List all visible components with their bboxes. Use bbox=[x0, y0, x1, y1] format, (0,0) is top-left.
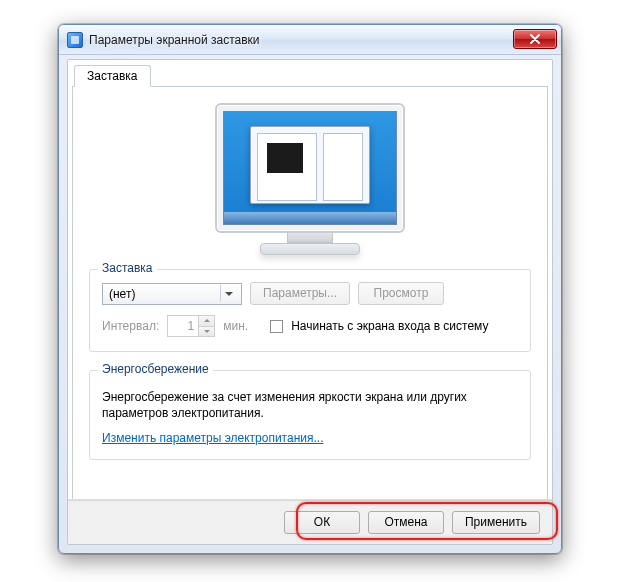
window-title: Параметры экранной заставки bbox=[89, 33, 260, 47]
power-settings-link[interactable]: Изменить параметры электропитания... bbox=[102, 431, 323, 445]
apply-button[interactable]: Применить bbox=[452, 511, 540, 534]
interval-spinner bbox=[167, 315, 215, 337]
titlebar: Параметры экранной заставки bbox=[59, 25, 561, 55]
client-area: Заставка bbox=[67, 59, 553, 545]
settings-button: Параметры... bbox=[250, 282, 350, 305]
close-icon bbox=[530, 34, 540, 44]
ok-button[interactable]: ОК bbox=[284, 511, 360, 534]
app-icon bbox=[67, 32, 83, 48]
resume-checkbox-label: Начинать с экрана входа в систему bbox=[291, 319, 488, 333]
preview-button: Просмотр bbox=[358, 282, 444, 305]
screensaver-select-value: (нет) bbox=[109, 287, 135, 301]
spinner-down-button bbox=[199, 327, 214, 337]
close-button[interactable] bbox=[513, 29, 557, 49]
tabstrip: Заставка bbox=[72, 63, 548, 87]
spinner-up-button bbox=[199, 316, 214, 327]
interval-unit: мин. bbox=[223, 319, 248, 333]
monitor-preview bbox=[215, 103, 405, 255]
chevron-down-icon bbox=[220, 285, 237, 302]
tab-screensaver[interactable]: Заставка bbox=[74, 65, 151, 87]
power-group: Энергосбережение Энергосбережение за сче… bbox=[89, 370, 531, 460]
group-legend-power: Энергосбережение bbox=[98, 362, 213, 376]
interval-input bbox=[168, 316, 198, 336]
cancel-button[interactable]: Отмена bbox=[368, 511, 444, 534]
power-text: Энергосбережение за счет изменения яркос… bbox=[102, 389, 518, 421]
screensaver-group: Заставка (нет) Параметры... Просмотр Инт… bbox=[89, 269, 531, 352]
resume-checkbox[interactable] bbox=[270, 320, 283, 333]
preview-area bbox=[89, 103, 531, 255]
dialog-footer: ОК Отмена Применить bbox=[68, 500, 552, 544]
tab-panel: Заставка (нет) Параметры... Просмотр Инт… bbox=[72, 87, 548, 540]
interval-label: Интервал: bbox=[102, 319, 159, 333]
dialog-window: Параметры экранной заставки Заставка bbox=[58, 24, 562, 554]
group-legend-screensaver: Заставка bbox=[98, 261, 157, 275]
screensaver-select[interactable]: (нет) bbox=[102, 283, 242, 305]
